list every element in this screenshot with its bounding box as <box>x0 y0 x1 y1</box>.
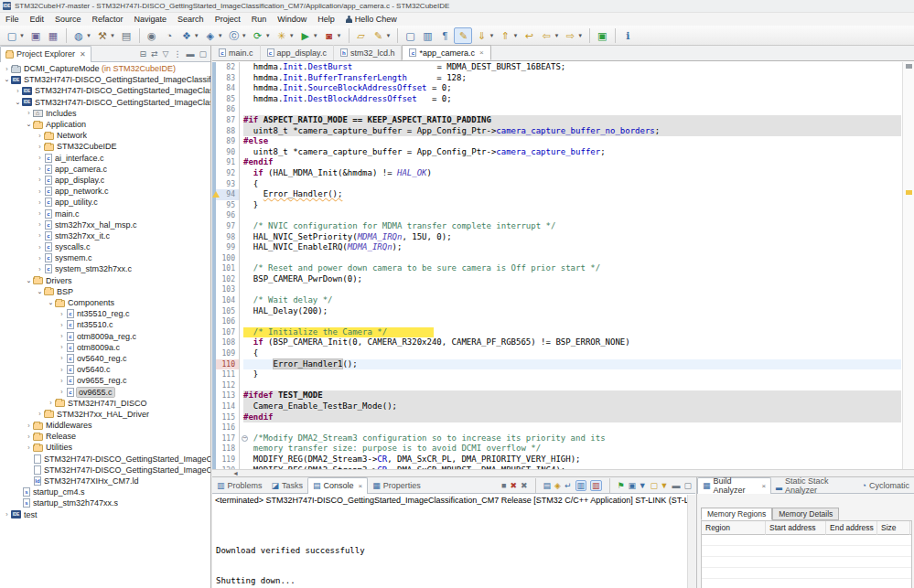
tree-item-bsp[interactable]: ⌄BSP <box>0 286 210 297</box>
code-line-119[interactable]: 119 MODIFY_REG(DMA2_Stream3->CR, DMA_SxC… <box>212 454 914 465</box>
code-line-94[interactable]: 94 Error_Handler(); <box>212 189 914 200</box>
tab-properties[interactable]: ▦Properties <box>368 477 425 494</box>
tree-item-stm32h7xx-hal-driver[interactable]: ›STM32H7xx_HAL_Driver <box>0 409 210 420</box>
expander-closed-icon[interactable]: › <box>14 88 22 94</box>
table-row[interactable] <box>702 546 911 557</box>
expander-open-icon[interactable]: ⌄ <box>25 277 33 284</box>
expander-closed-icon[interactable]: › <box>58 311 66 317</box>
menu-source[interactable]: Source <box>49 13 87 26</box>
code-line-97[interactable]: 97 /* NVIC configuration for MDMA transf… <box>212 221 914 232</box>
editor-tab-app_camerac[interactable]: c*app_camera.c× <box>402 45 490 60</box>
tree-item-stm32h747i-disco[interactable]: ›STM32H747I_DISCO <box>0 398 210 409</box>
tree-item-ov9655-c[interactable]: ›cov9655.c <box>0 386 210 397</box>
expander-closed-icon[interactable]: › <box>36 210 44 217</box>
expander-closed-icon[interactable]: › <box>58 378 66 384</box>
code-line-111[interactable]: 111 } <box>212 369 914 380</box>
code-line-87[interactable]: 87#if ASPECT_RATIO_MODE == KEEP_ASPECT_R… <box>212 115 914 126</box>
link-with-editor-icon[interactable]: ⇄ <box>151 49 158 59</box>
subtab-memory-details[interactable]: Memory Details <box>772 508 839 520</box>
code-line-113[interactable]: 113#ifdef TEST_MODE <box>212 390 914 401</box>
code-line-112[interactable]: 112 <box>212 380 914 391</box>
tree-item-stm32cubeide[interactable]: ›STM32CubeIDE <box>0 141 210 152</box>
table-row[interactable] <box>702 568 911 579</box>
tree-item-app-camera-c[interactable]: ›capp_camera.c <box>0 164 210 175</box>
expander-closed-icon[interactable]: › <box>36 188 44 195</box>
overview-ruler[interactable] <box>902 62 914 469</box>
expander-open-icon[interactable]: ⌄ <box>3 76 11 83</box>
expander-open-icon[interactable]: ⌄ <box>25 121 33 128</box>
tree-item-network[interactable]: ›Network <box>0 130 210 141</box>
previous-annotation-button[interactable]: ⇓▼ <box>473 27 496 44</box>
toggle-block-selection-button[interactable]: ▢ <box>402 27 418 44</box>
tree-item-stm32h7xx-it-c[interactable]: ›cstm32h7xx_it.c <box>0 230 210 241</box>
code-line-103[interactable]: 103 <box>212 284 914 295</box>
show-on-stderr-icon[interactable]: ▥ <box>590 480 602 491</box>
code-line-98[interactable]: 98 HAL_NVIC_SetPriority(MDMA_IRQn, 15U, … <box>212 232 914 243</box>
clear-console-icon[interactable]: ▤ <box>543 481 552 490</box>
info-button[interactable]: ℹ <box>619 27 636 44</box>
debug-button[interactable]: ✳▼ <box>274 27 296 44</box>
filter-icon[interactable]: ▽ <box>163 49 169 59</box>
console-output[interactable]: Download verified successfully Shutting … <box>212 506 695 586</box>
back-button[interactable]: ⇦▼ <box>538 27 561 44</box>
fold-collapse-icon[interactable]: − <box>242 435 248 442</box>
expander-open-icon[interactable]: ⌄ <box>47 299 55 306</box>
view-menu-icon[interactable]: ⋮ <box>173 49 181 59</box>
code-line-82[interactable]: 82 hmdma.Init.DestBurst = MDMA_DEST_BURS… <box>212 62 914 73</box>
code-line-105[interactable]: 105 HAL_Delay(200); <box>212 306 914 317</box>
user-account[interactable]: Hello Chew <box>340 15 403 24</box>
code-line-106[interactable]: 106 <box>212 316 914 327</box>
column-header-end-address[interactable]: End address <box>826 521 877 535</box>
warning-icon[interactable] <box>212 191 220 198</box>
expander-closed-icon[interactable]: › <box>47 400 55 406</box>
code-line-86[interactable]: 86 <box>212 104 914 115</box>
code-line-85[interactable]: 85 hmdma.Init.DestBlockAddressOffset = 0… <box>212 94 914 105</box>
expander-closed-icon[interactable]: › <box>25 444 33 451</box>
table-row[interactable] <box>702 579 911 588</box>
expander-closed-icon[interactable]: › <box>3 66 11 72</box>
code-line-92[interactable]: 92 if (HAL_MDMA_Init(&hmdma) != HAL_OK) <box>212 168 914 179</box>
column-header-region[interactable]: Region <box>702 521 766 535</box>
tree-item-stm32h747i-disco-gettingstarted-imagecla[interactable]: ›IDESTM32H747I-DISCO_GettingStarted_Imag… <box>0 85 210 96</box>
menu-file[interactable]: File <box>0 13 25 26</box>
code-line-91[interactable]: 91#endif <box>212 157 914 168</box>
expander-closed-icon[interactable]: › <box>36 199 44 206</box>
tree-item-ov9655-reg-c[interactable]: ›cov9655_reg.c <box>0 375 210 386</box>
menu-edit[interactable]: Edit <box>25 13 50 26</box>
remove-all-launches-icon[interactable]: ✖ <box>521 481 528 490</box>
show-on-stdout-icon[interactable]: ▥ <box>575 480 587 491</box>
code-line-101[interactable]: 101 /* Reset and power down camera to be… <box>212 263 914 274</box>
tab-tasks[interactable]: ◪Tasks <box>267 477 308 494</box>
editor-tab-app_displayc[interactable]: capp_display.c <box>261 45 334 60</box>
pin-editor-button[interactable]: ▣ <box>594 27 610 44</box>
build-button[interactable]: ⚒▼ <box>94 27 117 44</box>
expander-closed-icon[interactable]: › <box>36 133 44 139</box>
tree-item-startup-stm32h747xx-s[interactable]: sstartup_stm32h747xx.s <box>0 497 210 508</box>
tab-build-analyzer[interactable]: ▦Build Analyzer× <box>697 477 771 494</box>
code-line-102[interactable]: 102 BSP_CAMERA_PwrDown(0); <box>212 274 914 285</box>
expander-closed-icon[interactable]: › <box>58 367 66 373</box>
tree-item-release[interactable]: ›Release <box>0 431 210 442</box>
code-line-114[interactable]: 114 Camera_Enable_TestBar_Mode(); <box>212 401 914 412</box>
tree-item-app-network-c[interactable]: ›capp_network.c <box>0 186 210 197</box>
tree-item-ov5640-c[interactable]: ›cov5640.c <box>0 364 210 375</box>
expander-closed-icon[interactable]: › <box>36 155 44 161</box>
code-line-110[interactable]: 110 Error_Handler1(); <box>212 359 914 370</box>
expander-closed-icon[interactable]: › <box>25 110 33 116</box>
code-line-99[interactable]: 99 HAL_NVIC_EnableIRQ(MDMA_IRQn); <box>212 242 914 253</box>
word-wrap-icon[interactable]: ↵ <box>565 481 572 490</box>
new-c-project-button[interactable]: ❖▼ <box>178 27 201 44</box>
menu-navigate[interactable]: Navigate <box>129 13 173 26</box>
menu-run[interactable]: Run <box>246 13 273 26</box>
expander-closed-icon[interactable]: › <box>36 221 44 228</box>
new-c-file-button[interactable]: ⓒ▼ <box>226 27 249 44</box>
editor-tab-mainc[interactable]: cmain.c <box>212 45 261 60</box>
minimize-icon[interactable]: ▬ <box>186 49 194 59</box>
tab-problems[interactable]: ▥Problems <box>212 477 267 494</box>
code-line-118[interactable]: 118 memory transfer size: purpose is to … <box>212 444 914 454</box>
code-line-107[interactable]: 107 /* Initialize the Camera */ <box>212 327 914 338</box>
tree-item-stm32h747i-disco-gettingstarted-imagecla[interactable]: STM32H747I-DISCO_GettingStarted_ImageCla… <box>0 454 210 465</box>
tree-item-main-c[interactable]: ›cmain.c <box>0 208 210 219</box>
expander-closed-icon[interactable]: › <box>58 389 66 395</box>
maximize-icon[interactable]: ▢ <box>683 481 692 490</box>
